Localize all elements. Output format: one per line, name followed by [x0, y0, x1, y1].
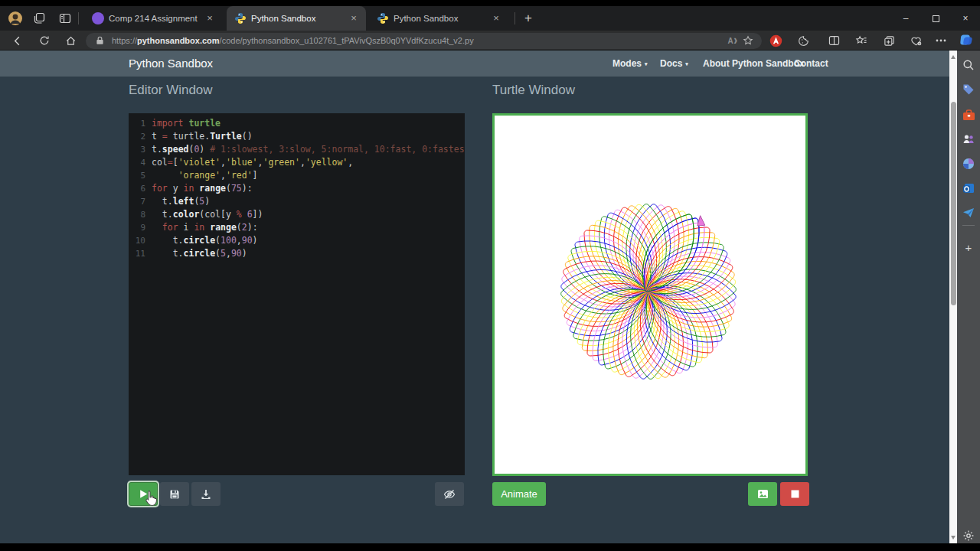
cookie-extension-icon	[798, 35, 809, 47]
extension-button[interactable]	[795, 32, 812, 49]
adblock-icon	[769, 34, 782, 47]
profile-avatar[interactable]	[7, 10, 24, 27]
workspaces-icon	[33, 12, 45, 24]
tab-actions-button[interactable]	[57, 10, 74, 27]
page-viewport: Python Sandbox Modes▾ Docs▾ About Python…	[0, 51, 949, 543]
browser-toolbar: https://pythonsandbox.com/code/pythonsan…	[0, 31, 980, 51]
download-button[interactable]	[191, 482, 220, 506]
nav-about[interactable]: About Python Sandbox	[703, 51, 805, 77]
collections-button[interactable]	[880, 32, 897, 49]
nav-contact[interactable]: Contact	[794, 51, 828, 77]
vertical-tabs-icon	[59, 12, 71, 24]
copilot-button[interactable]	[956, 32, 975, 49]
edge-sidebar: +	[957, 51, 980, 543]
turtle-canvas	[495, 116, 805, 474]
people-icon	[962, 133, 975, 145]
turtle-window-title: Turtle Window	[492, 83, 575, 98]
sidebar-designer-button[interactable]	[960, 155, 977, 172]
turtle-canvas-frame	[492, 113, 808, 476]
tab-title: Comp 214 Assignment 4.5	[109, 14, 199, 23]
refresh-icon	[39, 35, 50, 46]
run-button[interactable]	[129, 482, 158, 506]
favorites-button[interactable]	[853, 32, 870, 49]
sidebar-shopping-button[interactable]	[960, 81, 977, 98]
settings-menu-button[interactable]	[933, 32, 949, 49]
workspaces-button[interactable]	[31, 10, 47, 27]
download-icon	[201, 489, 211, 500]
browser-essentials-icon	[910, 35, 923, 47]
home-icon	[65, 35, 77, 47]
favorite-star-button[interactable]	[740, 33, 756, 48]
adblock-extension-button[interactable]	[767, 32, 784, 49]
python-favicon	[377, 12, 389, 24]
tab-comp-214[interactable]: Comp 214 Assignment 4.5 ×	[84, 6, 222, 31]
new-tab-button[interactable]: +	[521, 11, 536, 26]
avatar-icon	[8, 11, 23, 26]
scroll-up-arrow[interactable]	[949, 52, 957, 61]
sidebar-add-button[interactable]: +	[960, 239, 977, 256]
url-text: https://pythonsandbox.com/code/pythonsan…	[112, 36, 725, 45]
close-button[interactable]: ×	[952, 9, 978, 28]
split-screen-button[interactable]	[825, 32, 842, 49]
page-scrollbar[interactable]	[949, 51, 957, 543]
python-favicon	[234, 12, 247, 24]
picture-icon	[757, 489, 769, 499]
sidebar-divider	[962, 225, 975, 226]
nav-docs[interactable]: Docs▾	[660, 51, 688, 77]
back-button[interactable]	[8, 32, 25, 49]
animate-button[interactable]: Animate	[492, 482, 546, 506]
star-icon	[743, 35, 753, 46]
code-editor[interactable]: 1import turtle2t = turtle.Turtle()3t.spe…	[129, 113, 465, 475]
home-button[interactable]	[62, 32, 79, 49]
copilot-icon	[958, 33, 973, 48]
stop-icon	[791, 490, 799, 498]
tabstrip-separator	[78, 12, 79, 24]
browser-essentials-button[interactable]	[908, 32, 925, 49]
collections-icon	[884, 35, 895, 47]
read-aloud-button[interactable]: A❱	[725, 33, 740, 48]
save-image-button[interactable]	[748, 482, 777, 506]
tab-title: Python Sandbox	[251, 14, 343, 23]
tab-python-sandbox-2[interactable]: Python Sandbox ×	[369, 6, 508, 31]
lock-icon	[92, 33, 107, 48]
minimize-button[interactable]: –	[893, 9, 919, 28]
back-icon	[11, 35, 23, 47]
tabstrip-separator	[514, 12, 515, 24]
address-bar[interactable]: https://pythonsandbox.com/code/pythonsan…	[86, 33, 762, 49]
search-icon	[962, 59, 975, 71]
maximize-icon	[933, 15, 939, 22]
tab-python-sandbox-active[interactable]: Python Sandbox ×	[227, 6, 366, 31]
tab-close-icon[interactable]: ×	[348, 12, 360, 24]
tab-close-icon[interactable]: ×	[204, 12, 216, 24]
course-favicon	[92, 12, 104, 24]
site-brand[interactable]: Python Sandbox	[129, 51, 213, 77]
ellipsis-icon	[936, 39, 946, 42]
nav-modes[interactable]: Modes▾	[612, 51, 648, 77]
hide-output-button[interactable]	[435, 482, 464, 506]
sidebar-drop-button[interactable]	[960, 204, 977, 221]
split-screen-icon	[828, 35, 840, 46]
paper-plane-icon	[962, 207, 975, 218]
tab-strip: Comp 214 Assignment 4.5 × Python Sandbox…	[0, 6, 980, 31]
shopping-tag-icon	[962, 83, 975, 96]
stop-button[interactable]	[780, 482, 809, 506]
scroll-down-arrow[interactable]	[949, 533, 957, 542]
letterbox-top	[0, 0, 980, 6]
tab-close-icon[interactable]: ×	[490, 12, 502, 24]
sidebar-tools-button[interactable]	[960, 106, 977, 123]
chevron-down-icon: ▾	[645, 51, 648, 77]
outlook-icon	[962, 182, 975, 194]
save-button[interactable]	[160, 482, 189, 506]
sidebar-games-button[interactable]	[960, 131, 977, 148]
maximize-button[interactable]	[923, 9, 949, 28]
sidebar-search-button[interactable]	[960, 57, 977, 73]
refresh-button[interactable]	[36, 32, 53, 49]
sidebar-settings-button[interactable]	[960, 527, 977, 544]
sidebar-outlook-button[interactable]	[960, 180, 977, 197]
scrollbar-thumb[interactable]	[951, 102, 956, 305]
browser-window: Comp 214 Assignment 4.5 × Python Sandbox…	[0, 6, 980, 543]
screen: Comp 214 Assignment 4.5 × Python Sandbox…	[0, 0, 980, 551]
site-header: Python Sandbox Modes▾ Docs▾ About Python…	[0, 51, 949, 77]
gear-icon	[962, 530, 975, 542]
favorites-list-icon	[855, 35, 867, 47]
